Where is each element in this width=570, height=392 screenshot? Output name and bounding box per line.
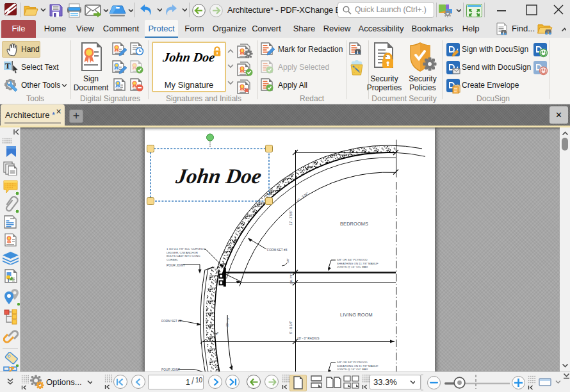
svg-text:( 11 7/8" ): ( 11 7/8" ): [289, 272, 293, 284]
svg-text:9' - 8 3/4": 9' - 8 3/4": [289, 321, 293, 334]
svg-text:POUR JOINT: POUR JOINT: [161, 368, 180, 372]
svg-text:LIVING ROOM: LIVING ROOM: [340, 312, 373, 318]
svg-text:10' - 0": 10' - 0": [225, 317, 230, 327]
svg-text:FORM SET #2: FORM SET #2: [161, 320, 182, 323]
svg-text:18' - 0" RADIUS: 18' - 0" RADIUS: [297, 337, 319, 340]
svg-text:4": 4": [216, 332, 218, 336]
svg-text:5/8" OR 3/4" PLYWOOD: 5/8" OR 3/4" PLYWOOD: [337, 258, 368, 261]
svg-text:T: T: [5, 61, 11, 70]
svg-text:FORM SET #3: FORM SET #3: [267, 249, 288, 252]
svg-text:JOISTS @ 16" O/C MAX: JOISTS @ 16" O/C MAX: [337, 265, 368, 268]
svg-text:John Doe: John Doe: [174, 164, 263, 188]
svg-text:SHEATHING ON 11 7/8" MANUF: SHEATHING ON 11 7/8" MANUF: [337, 262, 379, 265]
svg-text:JOISTS @ 16" O/C MAX: JOISTS @ 16" O/C MAX: [337, 368, 368, 371]
svg-text:BEDROOMS: BEDROOMS: [340, 221, 368, 227]
svg-text:5/8": 5/8": [286, 258, 289, 263]
svg-text:T: T: [7, 278, 10, 282]
svg-text:22' - 9.94": 22' - 9.94": [296, 192, 309, 202]
svg-text:SHEATHING ON 11 7/8" MANUF: SHEATHING ON 11 7/8" MANUF: [337, 364, 379, 368]
svg-text:1 3/4"x11 7/8" SCL 'CURVED': 1 3/4"x11 7/8" SCL 'CURVED': [167, 247, 204, 250]
svg-text:POUR JOINT: POUR JOINT: [167, 264, 185, 267]
svg-text:LEDGER, C/W ANCHOR: LEDGER, C/W ANCHOR: [167, 251, 198, 254]
svg-text:BOLTS CAST INTO CONC: BOLTS CAST INTO CONC: [167, 254, 200, 257]
svg-text:CORBEL: CORBEL: [167, 258, 179, 261]
svg-text:5/8" OR 3/4" PLYWOOD: 5/8" OR 3/4" PLYWOOD: [337, 361, 368, 364]
svg-text:17' - 7 5/8": 17' - 7 5/8": [289, 210, 293, 225]
